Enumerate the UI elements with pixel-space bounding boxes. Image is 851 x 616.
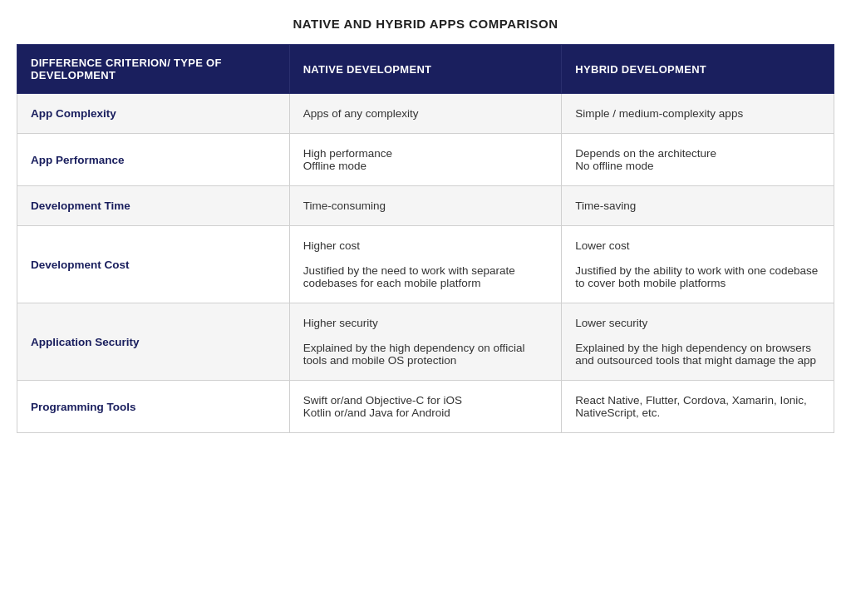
- header-hybrid: HYBRID DEVELOPMENT: [562, 45, 834, 94]
- criterion-cell: App Complexity: [17, 94, 290, 134]
- native-cell: Higher costJustified by the need to work…: [289, 226, 562, 303]
- hybrid-cell: Depends on the architectureNo offline mo…: [562, 134, 834, 186]
- native-cell: Time-consuming: [289, 186, 562, 226]
- table-row: Application SecurityHigher securityExpla…: [17, 303, 834, 381]
- hybrid-cell: Simple / medium-complexity apps: [562, 94, 834, 134]
- page-title: NATIVE AND HYBRID APPS COMPARISON: [17, 17, 834, 31]
- criterion-cell: Programming Tools: [17, 381, 290, 433]
- hybrid-cell: React Native, Flutter, Cordova, Xamarin,…: [562, 381, 834, 433]
- table-header-row: DIFFERENCE CRITERION/ TYPE OF DEVELOPMEN…: [17, 45, 834, 94]
- criterion-cell: Development Time: [17, 186, 290, 226]
- header-native: NATIVE DEVELOPMENT: [289, 45, 562, 94]
- hybrid-cell: Time-saving: [562, 186, 834, 226]
- criterion-cell: App Performance: [17, 134, 290, 186]
- native-cell: Higher securityExplained by the high dep…: [289, 303, 562, 381]
- page-container: NATIVE AND HYBRID APPS COMPARISON DIFFER…: [17, 17, 834, 433]
- comparison-table: DIFFERENCE CRITERION/ TYPE OF DEVELOPMEN…: [17, 44, 834, 433]
- criterion-cell: Development Cost: [17, 226, 290, 303]
- hybrid-cell: Lower costJustified by the ability to wo…: [562, 226, 834, 303]
- table-row: App PerformanceHigh performanceOffline m…: [17, 134, 834, 186]
- native-cell: Apps of any complexity: [289, 94, 562, 134]
- native-cell: Swift or/and Objective-C for iOSKotlin o…: [289, 381, 562, 433]
- criterion-cell: Application Security: [17, 303, 290, 381]
- hybrid-cell: Lower securityExplained by the high depe…: [562, 303, 834, 381]
- table-row: Development CostHigher costJustified by …: [17, 226, 834, 303]
- native-cell: High performanceOffline mode: [289, 134, 562, 186]
- table-row: Development TimeTime-consumingTime-savin…: [17, 186, 834, 226]
- table-row: App ComplexityApps of any complexitySimp…: [17, 94, 834, 134]
- table-row: Programming ToolsSwift or/and Objective-…: [17, 381, 834, 433]
- header-criterion: DIFFERENCE CRITERION/ TYPE OF DEVELOPMEN…: [17, 45, 290, 94]
